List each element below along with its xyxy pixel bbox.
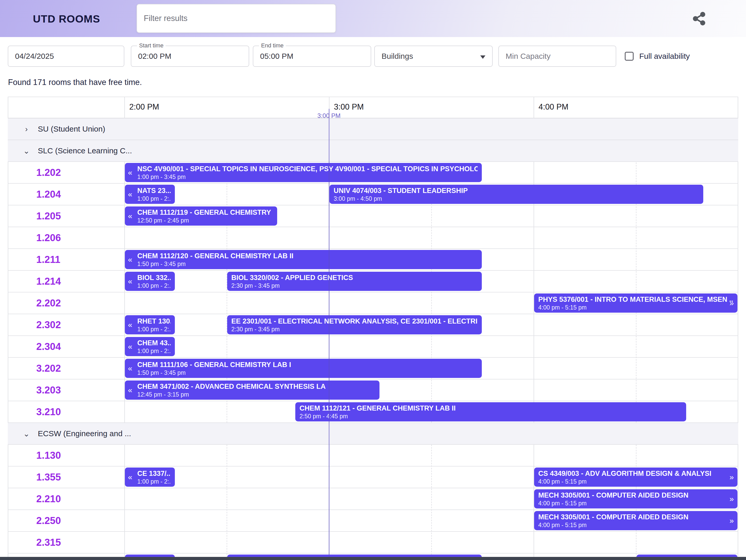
bottom-scrollbar[interactable]	[0, 557, 746, 560]
event-bar[interactable]: CHEM 43...1:00 pm - 2:...«	[125, 337, 175, 356]
building-group-row[interactable]: ⌄SLC (Science Learning C...	[8, 140, 738, 162]
room-row: 1.204NATS 23...1:00 pm - 2:...«UNIV 4074…	[8, 184, 738, 205]
room-row: 2.302RHET 130...1:00 pm - 2:...«EE 2301/…	[8, 314, 738, 336]
room-number-link[interactable]: 2.304	[36, 341, 61, 352]
room-number-link[interactable]: 2.250	[36, 515, 61, 526]
room-number-link[interactable]: 1.355	[36, 472, 61, 483]
room-number-link[interactable]: 1.214	[36, 276, 61, 287]
room-number-link[interactable]: 1.130	[36, 450, 61, 461]
room-row: 3.202CHEM 1111/106 - GENERAL CHEMISTRY L…	[8, 358, 738, 380]
room-row: 2.202PHYS 5376/001 - INTRO TO MATERIALS …	[8, 292, 738, 314]
filter-results-input[interactable]	[137, 4, 336, 32]
chevron-expanded-icon[interactable]: ⌄	[21, 429, 32, 438]
event-title: CHEM 1112/120 - GENERAL CHEMISTRY LAB II	[137, 252, 478, 260]
room-number-link[interactable]: 1.206	[36, 232, 61, 243]
event-bar[interactable]: BIOL 332...1:00 pm - 2:...«	[125, 272, 175, 291]
room-row: 2.315	[8, 532, 738, 554]
continues-left-icon: «	[128, 473, 132, 481]
app-logo: UTD ROOMS	[33, 13, 100, 25]
filter-row: 04/24/2025 Start time 02:00 PM End time …	[0, 46, 746, 67]
start-time-field[interactable]: Start time 02:00 PM	[131, 46, 249, 67]
room-number-link[interactable]: 3.203	[36, 385, 61, 396]
room-row: 1.202NSC 4V90/001 - SPECIAL TOPICS IN NE…	[8, 162, 738, 184]
share-icon[interactable]	[692, 11, 707, 26]
event-bar[interactable]: CS 4349/003 - ADV ALGORITHM DESIGN & ANA…	[534, 468, 738, 487]
event-bar[interactable]: CHEM 1112/121 - GENERAL CHEMISTRY LAB II…	[295, 402, 686, 421]
event-title: CS 4349/003 - ADV ALGORITHM DESIGN & ANA…	[538, 469, 733, 478]
room-row: 1.205CHEM 1112/119 - GENERAL CHEMISTRY L…	[8, 205, 738, 227]
event-title: CE 1337/...	[137, 469, 171, 478]
room-number-link[interactable]: 1.202	[36, 167, 61, 178]
room-number-link[interactable]: 3.210	[36, 406, 61, 417]
room-number-link[interactable]: 2.210	[36, 494, 61, 505]
room-row: 3.203CHEM 3471/002 - ADVANCED CHEMICAL S…	[8, 380, 738, 401]
event-bar[interactable]: CHEM 1112/119 - GENERAL CHEMISTRY L...12…	[125, 206, 277, 226]
event-time: 2:30 pm - 3:45 pm	[231, 282, 478, 290]
buildings-value: Buildings	[381, 52, 413, 61]
event-bar[interactable]: MECH 3305/001 - COMPUTER AIDED DESIGN4:0…	[534, 511, 738, 530]
event-bar[interactable]: CHEM 1111/106 - GENERAL CHEMISTRY LAB I1…	[125, 359, 482, 378]
end-time-label: End time	[259, 42, 286, 49]
min-capacity-field[interactable]: Min Capacity	[498, 46, 616, 67]
building-group-row[interactable]: ›SU (Student Union)	[8, 118, 738, 140]
room-row: 1.211CHEM 1112/120 - GENERAL CHEMISTRY L…	[8, 249, 738, 271]
continues-left-icon: «	[128, 343, 132, 350]
event-title: CHEM 1112/119 - GENERAL CHEMISTRY L...	[137, 208, 273, 217]
full-availability-label: Full availability	[639, 52, 690, 61]
room-number-link[interactable]: 1.204	[36, 189, 61, 200]
hour-label: 2:00 PM	[129, 102, 159, 112]
event-bar[interactable]: MECH 3305/001 - COMPUTER AIDED DESIGN4:0…	[534, 489, 738, 508]
continues-right-icon: »	[729, 299, 734, 307]
room-row: 2.210MECH 3305/001 - COMPUTER AIDED DESI…	[8, 488, 738, 510]
event-bar[interactable]: NSC 4V90/001 - SPECIAL TOPICS IN NEUROSC…	[125, 163, 482, 182]
event-bar[interactable]: CE 1337/...1:00 pm - 2:...«	[125, 468, 175, 487]
event-bar[interactable]: CHEM 3471/002 - ADVANCED CHEMICAL SYNTHE…	[125, 381, 379, 400]
event-time: 1:00 pm - 2:...	[137, 347, 171, 355]
buildings-select[interactable]: Buildings	[374, 46, 493, 67]
end-time-field[interactable]: End time 05:00 PM	[253, 46, 371, 67]
event-bar[interactable]: NATS 23...1:00 pm - 2:...«	[125, 185, 175, 204]
event-time: 1:50 pm - 3:45 pm	[137, 369, 478, 377]
event-bar[interactable]: RHET 130...1:00 pm - 2:...«	[125, 315, 175, 334]
event-title: NSC 4V90/001 - SPECIAL TOPICS IN NEUROSC…	[137, 165, 478, 173]
hour-label: 4:00 PM	[539, 102, 568, 112]
chevron-collapsed-icon[interactable]: ›	[21, 125, 32, 134]
continues-left-icon: «	[128, 277, 132, 285]
chevron-down-icon	[480, 55, 485, 59]
room-row: 3.210CHEM 1112/121 - GENERAL CHEMISTRY L…	[8, 401, 738, 423]
event-title: CHEM 1112/121 - GENERAL CHEMISTRY LAB II	[299, 404, 682, 413]
event-time: 1:00 pm - 2:...	[137, 478, 171, 485]
event-title: MECH 3305/001 - COMPUTER AIDED DESIGN	[538, 512, 733, 522]
full-availability-checkbox[interactable]	[625, 52, 634, 61]
continues-left-icon: «	[128, 169, 132, 176]
event-title: RHET 130...	[137, 317, 171, 326]
room-number-link[interactable]: 2.302	[36, 319, 61, 330]
chevron-expanded-icon[interactable]: ⌄	[21, 146, 32, 155]
event-bar[interactable]: CHEM 1112/120 - GENERAL CHEMISTRY LAB II…	[125, 250, 482, 269]
full-availability-toggle[interactable]: Full availability	[625, 46, 690, 67]
schedule-grid: 2:00 PM3:00 PM4:00 PM3:00 PM ›SU (Studen…	[8, 97, 738, 560]
room-number-link[interactable]: 2.202	[36, 298, 61, 309]
event-bar[interactable]: EE 2301/001 - ELECTRICAL NETWORK ANALYSI…	[227, 315, 482, 334]
room-number-link[interactable]: 1.205	[36, 211, 61, 222]
event-time: 1:00 pm - 3:45 pm	[137, 173, 478, 181]
building-group-label: SLC (Science Learning C...	[38, 146, 132, 155]
min-capacity-placeholder: Min Capacity	[506, 52, 550, 61]
event-bar[interactable]: PHYS 5376/001 - INTRO TO MATERIALS SCIEN…	[534, 293, 738, 313]
event-bar[interactable]: BIOL 3320/002 - APPLIED GENETICS2:30 pm …	[227, 272, 482, 291]
continues-left-icon: «	[128, 256, 132, 263]
event-title: CHEM 3471/002 - ADVANCED CHEMICAL SYNTHE…	[137, 382, 375, 391]
event-time: 3:00 pm - 4:50 pm	[334, 195, 699, 203]
building-group-row[interactable]: ⌄ECSW (Engineering and ...	[8, 423, 738, 445]
room-number-link[interactable]: 1.211	[36, 254, 60, 265]
room-number-link[interactable]: 3.202	[36, 363, 61, 374]
continues-left-icon: «	[128, 386, 132, 394]
event-time: 1:50 pm - 3:45 pm	[137, 260, 478, 268]
continues-right-icon: »	[729, 517, 734, 525]
room-row: 1.206	[8, 227, 738, 249]
event-title: NATS 23...	[137, 186, 171, 195]
date-field[interactable]: 04/24/2025	[8, 46, 124, 67]
filter-results-box[interactable]	[137, 4, 336, 33]
event-bar[interactable]: UNIV 4074/003 - STUDENT LEADERSHIP3:00 p…	[329, 185, 703, 204]
room-number-link[interactable]: 2.315	[36, 537, 61, 548]
